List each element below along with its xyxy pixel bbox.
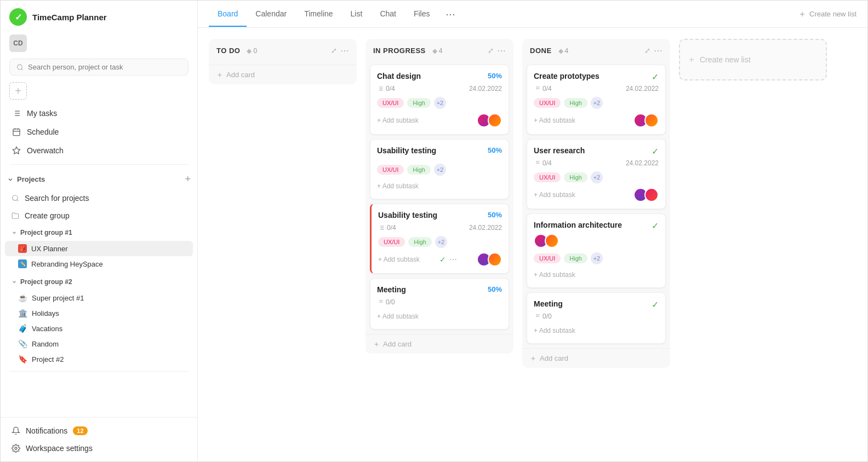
column-todo-actions: ⤢ ⋯ xyxy=(331,45,349,56)
svg-point-13 xyxy=(13,195,18,200)
tag-high: High xyxy=(408,237,432,247)
group1-header[interactable]: Project group #1 xyxy=(5,224,193,241)
avatar xyxy=(644,113,659,128)
logo-icon: ✓ xyxy=(9,8,27,26)
column-in-progress-count: ◆ 4 xyxy=(432,47,443,55)
task-count: 0/0 xyxy=(534,313,552,320)
search-projects-item[interactable]: Search for projects xyxy=(5,189,193,207)
tab-files[interactable]: Files xyxy=(405,2,439,27)
add-subtask-button[interactable]: + Add subtask xyxy=(377,114,419,126)
expand-button[interactable]: ⤢ xyxy=(331,47,337,55)
card-info-arch: Information architecture ✓ UX/UI High xyxy=(527,213,666,288)
column-more-button[interactable]: ⋯ xyxy=(654,45,663,56)
column-done: DONE ◆ 4 ⤢ ⋯ Create prototypes xyxy=(522,39,670,368)
project-rebranding[interactable]: ✏️ Rebranding HeySpace xyxy=(5,256,193,272)
card-tags: UX/UI High +2 xyxy=(534,252,659,264)
notifications-item[interactable]: Notifications 12 xyxy=(5,422,193,440)
svg-point-0 xyxy=(18,65,22,70)
add-project-button[interactable]: + xyxy=(185,174,191,185)
project-vacations[interactable]: 🧳 Vacations xyxy=(5,321,193,336)
column-done-cards: Create prototypes ✓ 0/4 24.02.2022 UX/UI xyxy=(522,62,670,348)
search-input[interactable] xyxy=(28,63,181,71)
card-percent: 50% xyxy=(488,211,502,219)
tag-num: +2 xyxy=(434,97,446,109)
card-meta: 0/4 24.02.2022 xyxy=(377,85,502,93)
add-card-button-ip[interactable]: Add card xyxy=(366,334,513,354)
card-title: Meeting xyxy=(534,299,563,308)
expand-button[interactable]: ⤢ xyxy=(644,47,650,55)
board-area: TO DO ◆ 0 ⤢ ⋯ Add card xyxy=(198,28,867,461)
add-button[interactable]: + xyxy=(9,82,27,100)
svg-line-1 xyxy=(21,68,22,70)
tab-board[interactable]: Board xyxy=(209,2,247,27)
add-subtask-button[interactable]: + Add subtask xyxy=(377,180,419,192)
card-tags: UX/UI High +2 xyxy=(377,97,502,109)
add-subtask-button[interactable]: + Add subtask xyxy=(378,253,420,265)
add-subtask-button[interactable]: + Add subtask xyxy=(534,114,575,126)
card-meeting-ip: Meeting 50% 0/0 + Add subtask xyxy=(370,278,509,330)
column-in-progress-title: IN PROGRESS xyxy=(373,47,426,55)
task-count-value: 0/0 xyxy=(542,313,552,320)
group2-header[interactable]: Project group #2 xyxy=(5,274,193,290)
diamond-icon: ◆ xyxy=(247,47,252,55)
tab-chat[interactable]: Chat xyxy=(371,2,405,27)
create-new-list-header[interactable]: Create new list xyxy=(798,10,856,18)
sidebar-nav: My tasks Schedule Overwatch xyxy=(1,104,197,160)
tag-uxui: UX/UI xyxy=(534,98,561,108)
column-more-button[interactable]: ⋯ xyxy=(340,45,349,56)
task-count: 0/0 xyxy=(377,298,395,306)
add-card-button-done[interactable]: Add card xyxy=(522,348,670,368)
task-count-value: 0/4 xyxy=(542,85,552,93)
column-in-progress-header: IN PROGRESS ◆ 4 ⤢ ⋯ xyxy=(366,39,513,62)
add-subtask-button[interactable]: + Add subtask xyxy=(377,310,419,322)
column-more-button[interactable]: ⋯ xyxy=(497,45,506,56)
column-in-progress: IN PROGRESS ◆ 4 ⤢ ⋯ Chat design xyxy=(366,39,513,354)
card-title-row: Create prototypes ✓ xyxy=(534,72,659,85)
sidebar-item-my-tasks[interactable]: My tasks xyxy=(5,104,193,123)
ux-planner-label: UX Planner xyxy=(31,245,67,253)
card-bottom: + Add subtask xyxy=(534,113,659,128)
diamond-icon: ◆ xyxy=(432,47,437,55)
card-title-row: Information architecture ✓ xyxy=(534,221,659,234)
svg-marker-12 xyxy=(13,147,20,154)
rebranding-icon: ✏️ xyxy=(18,259,27,268)
task-count-value: 0/0 xyxy=(386,298,395,306)
check-icon[interactable]: ✓ xyxy=(439,255,446,264)
expand-button[interactable]: ⤢ xyxy=(488,47,494,55)
tab-list[interactable]: List xyxy=(342,2,372,27)
super-label: Super project #1 xyxy=(32,294,84,302)
tasks-icon xyxy=(534,313,540,320)
create-group-item[interactable]: Create group xyxy=(5,207,193,224)
more-tabs-button[interactable]: ⋯ xyxy=(441,4,460,25)
tab-timeline[interactable]: Timeline xyxy=(295,2,341,27)
tab-calendar[interactable]: Calendar xyxy=(247,2,295,27)
card-avatars-row xyxy=(534,234,659,248)
card-chat-design: Chat design 50% 0/4 24.02.2022 UX/UI xyxy=(370,65,509,135)
project-random[interactable]: 📎 Random xyxy=(5,336,193,351)
done-check-icon: ✓ xyxy=(652,146,659,157)
tasks-icon xyxy=(12,108,21,118)
add-subtask-button[interactable]: + Add subtask xyxy=(534,325,575,337)
add-card-button-todo[interactable]: Add card xyxy=(209,65,357,84)
card-actions: ✓ ⋯ xyxy=(439,255,457,264)
card-bottom: + Add subtask ✓ ⋯ xyxy=(378,252,502,267)
column-ip-cards: Chat design 50% 0/4 24.02.2022 UX/UI xyxy=(366,62,513,334)
card-title: Create prototypes xyxy=(534,72,599,80)
column-ip-actions: ⤢ ⋯ xyxy=(488,45,506,56)
project-ux-planner[interactable]: 🎒 UX Planner xyxy=(5,241,193,256)
project-holidays[interactable]: 🏛️ Holidays xyxy=(5,305,193,321)
add-subtask-button[interactable]: + Add subtask xyxy=(534,189,575,201)
card-bottom: + Add subtask xyxy=(377,310,502,322)
add-subtask-button[interactable]: + Add subtask xyxy=(534,269,575,281)
card-more-button[interactable]: ⋯ xyxy=(449,255,457,264)
project-super[interactable]: ☕ Super project #1 xyxy=(5,290,193,305)
sidebar-item-schedule[interactable]: Schedule xyxy=(5,123,193,141)
create-new-list-button[interactable]: Create new list xyxy=(688,51,818,68)
card-date: 24.02.2022 xyxy=(469,224,502,232)
done-check-icon: ✓ xyxy=(652,221,659,231)
project-2[interactable]: 🔖 Project #2 xyxy=(5,351,193,367)
avatar[interactable]: CD xyxy=(9,34,27,52)
projects-collapse[interactable]: Projects xyxy=(7,175,45,183)
sidebar-item-overwatch[interactable]: Overwatch xyxy=(5,141,193,160)
workspace-settings-item[interactable]: Workspace settings xyxy=(5,440,193,457)
